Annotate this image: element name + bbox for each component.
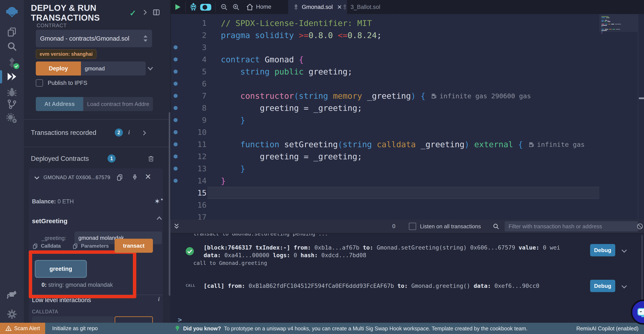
- line-marker-dot: [174, 130, 178, 134]
- minimap[interactable]: [599, 14, 638, 220]
- tx-record-line[interactable]: [block:7646317 txIndex:-] from: 0xb1a...…: [204, 244, 560, 251]
- panel-forward-icon[interactable]: [142, 8, 148, 16]
- code-text: string public greeting;: [206, 67, 352, 76]
- copilot-status[interactable]: RemixAI Copilot (enabled): [576, 326, 638, 332]
- code-line[interactable]: 2pragma solidity >=0.8.0 <=0.8.24;: [171, 29, 644, 41]
- record-segment: 0xef6...90cc0: [491, 283, 540, 289]
- code-line[interactable]: 15: [171, 187, 644, 199]
- deploy-button[interactable]: Deploy: [36, 61, 81, 75]
- code-editor[interactable]: 1// SPDX-License-Identifier: MIT2pragma …: [171, 14, 644, 220]
- run-script-icon[interactable]: [174, 3, 182, 11]
- parameters-label[interactable]: Parameters: [81, 243, 109, 249]
- listen-all-checkbox[interactable]: [409, 223, 416, 230]
- delete-contracts-icon[interactable]: [147, 154, 154, 163]
- line-number: 1: [180, 19, 206, 27]
- scam-alert-button[interactable]: Scam Alert: [0, 323, 45, 334]
- panel-pin-view-icon[interactable]: [152, 8, 160, 16]
- code-line[interactable]: 4contract Gmonad {: [171, 53, 644, 65]
- ai-sparkles-icon[interactable]: ✶✶: [154, 197, 164, 206]
- code-line[interactable]: 9 }: [171, 114, 644, 126]
- terminal-expand-icon[interactable]: [173, 223, 180, 230]
- tab-3-ballot-sol[interactable]: 3_Ballot.sol: [337, 0, 397, 14]
- code-text: greeting = _greeting;: [206, 152, 362, 161]
- low-level-info-icon[interactable]: i: [158, 296, 160, 303]
- instance-collapse-icon[interactable]: [33, 174, 40, 181]
- copy-parameters-icon[interactable]: [72, 243, 78, 250]
- balance-row: Balance: 0 ETH: [32, 198, 74, 205]
- file-explorer-icon[interactable]: [0, 24, 24, 39]
- line-number: 5: [180, 67, 206, 76]
- terminal-search-icon[interactable]: [492, 223, 500, 230]
- code-line[interactable]: 6: [171, 78, 644, 90]
- copilot-toggle-icon[interactable]: [200, 4, 211, 11]
- publish-ipfs-checkbox[interactable]: [36, 79, 43, 87]
- plugin-manager-icon[interactable]: [0, 287, 24, 302]
- code-line[interactable]: 16: [171, 199, 644, 211]
- code-token: ;: [377, 31, 382, 40]
- contract-select[interactable]: Gmonad - contracts/Gmonad.sol: [36, 30, 152, 47]
- at-address-button[interactable]: At Address: [36, 97, 83, 111]
- contract-label: CONTRACT: [37, 22, 67, 28]
- search-icon[interactable]: [0, 39, 24, 54]
- evm-version-badge: evm version: shanghai: [36, 49, 96, 59]
- zoom-in-icon[interactable]: [232, 3, 240, 11]
- source-control-icon[interactable]: [0, 97, 24, 112]
- debug-button[interactable]: Debug: [590, 244, 615, 256]
- line-number: 16: [180, 201, 206, 209]
- home-icon[interactable]: [246, 3, 254, 11]
- greeting-call-button[interactable]: greeting: [35, 260, 87, 278]
- code-line[interactable]: 13 }: [171, 163, 644, 175]
- debug-button[interactable]: Debug: [590, 280, 615, 292]
- function-collapse-icon[interactable]: [156, 214, 163, 222]
- line-number: 7: [180, 91, 206, 100]
- copy-calldata-icon[interactable]: [32, 243, 38, 250]
- code-line[interactable]: 8 greeting = _greeting;: [171, 102, 644, 114]
- tx-record-line[interactable]: [call] from: 0xB1aB62fdFC104512F594fCa0E…: [204, 283, 540, 289]
- remove-instance-icon[interactable]: ✕: [145, 172, 151, 181]
- calldata-label[interactable]: Calldata: [41, 243, 61, 249]
- code-line[interactable]: 5 string public greeting;: [171, 65, 644, 78]
- at-address-input[interactable]: [83, 97, 153, 111]
- transactions-expand-icon[interactable]: [141, 129, 147, 137]
- code-token: string: [299, 91, 333, 101]
- transactions-info-icon[interactable]: i: [128, 129, 130, 136]
- expand-record-icon[interactable]: [620, 247, 628, 255]
- record-segment: 0xb1a...af67b: [311, 244, 363, 251]
- expand-record-icon[interactable]: [620, 283, 628, 291]
- deployed-contracts-count: 1: [108, 154, 116, 163]
- clear-console-icon[interactable]: [636, 223, 644, 230]
- unit-testing-icon[interactable]: [0, 111, 24, 126]
- deploy-param-input[interactable]: [81, 61, 146, 75]
- remix-logo-icon[interactable]: [0, 4, 24, 19]
- record-segment: to:: [363, 244, 373, 251]
- deploy-and-run-icon[interactable]: [0, 69, 24, 84]
- code-token: {: [299, 55, 304, 64]
- code-line[interactable]: 7 constructor(string memory _greeting) {…: [171, 90, 644, 102]
- home-tab[interactable]: Home: [256, 3, 271, 10]
- terminal-filter-input[interactable]: [505, 221, 638, 232]
- terminal-scrollbar[interactable]: [642, 235, 643, 304]
- code-line[interactable]: 1// SPDX-License-Identifier: MIT: [171, 17, 644, 29]
- settings-icon[interactable]: [0, 307, 24, 322]
- solidity-compiler-icon[interactable]: [0, 55, 24, 70]
- line-number: 14: [180, 176, 206, 185]
- code-line[interactable]: 17: [171, 211, 644, 220]
- terminal: transact to Gmonad.setGreeting pending .…: [170, 220, 644, 334]
- deploy-expand-icon[interactable]: [146, 65, 154, 72]
- pin-instance-icon[interactable]: [131, 173, 139, 182]
- git-init-button[interactable]: Initialize as git repo: [52, 325, 98, 332]
- copy-address-icon[interactable]: [116, 173, 124, 182]
- transact-button[interactable]: transact: [114, 239, 153, 253]
- code-line[interactable]: 3: [171, 41, 644, 53]
- select-arrows-icon: [143, 35, 148, 42]
- code-line[interactable]: 14}: [171, 175, 644, 187]
- code-line[interactable]: 12 greeting = _greeting;: [171, 150, 644, 163]
- code-token: [333, 31, 338, 40]
- ai-robot-icon[interactable]: [189, 3, 198, 11]
- code-line[interactable]: 10: [171, 126, 644, 138]
- code-line[interactable]: 11 function setGreeting(string calldata …: [171, 138, 644, 150]
- code-token: (: [294, 91, 299, 101]
- tx-record-line[interactable]: data: 0xa41...00000 logs: 0 hash: 0xdcd.…: [204, 252, 366, 259]
- line-marker-dot: [174, 94, 178, 98]
- zoom-out-icon[interactable]: [220, 3, 228, 11]
